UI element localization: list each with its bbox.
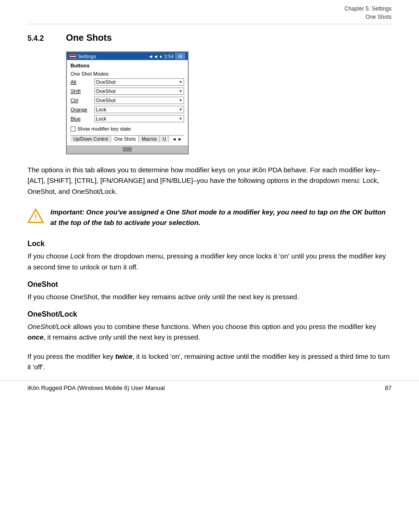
oneshotlock-text2: If you press the modifier key twice, it …: [27, 351, 392, 373]
oneshotlock-text1: OneShot/Lock allows you to combine these…: [27, 321, 392, 343]
lock-text: If you choose Lock from the dropdown men…: [27, 251, 392, 272]
pda-label-alt: Alt: [71, 79, 94, 85]
pda-checkbox-label: Show modifier key state: [77, 126, 131, 132]
pda-titlebar: Settings ◄◄ ♦ 3:54 ok: [67, 52, 188, 60]
pda-select-ctrl[interactable]: OneShot ▼: [94, 97, 184, 104]
pda-row-alt: Alt OneShot ▼: [71, 78, 184, 86]
pda-bottom-icon: [123, 147, 132, 152]
section-title-row: 5.4.2 One Shots: [27, 33, 392, 43]
screenshot-container: Settings ◄◄ ♦ 3:54 ok Buttons One Shot M…: [66, 51, 189, 154]
pda-dropdown-arrow-orange: ▼: [179, 107, 183, 112]
pda-dropdown-arrow-shift: ▼: [179, 89, 183, 93]
pda-tab-u[interactable]: U: [160, 136, 169, 143]
oneshot-heading: OneShot: [27, 280, 392, 289]
pda-label-orange: Orange: [71, 107, 94, 112]
footer-product: iKôn Rugged PDA (Windows Mobile 6) User …: [27, 384, 165, 391]
important-box: ! Important: Once you've assigned a One …: [27, 205, 392, 230]
pda-tab-oneshots[interactable]: One Shots: [111, 136, 139, 143]
header-breadcrumb: Chapter 5: Settings One Shots: [27, 5, 392, 24]
important-body: Once you've assigned a One Shot mode to …: [50, 208, 386, 226]
pda-select-blue[interactable]: Lock ▼: [94, 115, 184, 122]
pda-dropdown-arrow-ctrl: ▼: [179, 98, 183, 103]
section-number: 5.4.2: [27, 34, 55, 43]
chapter-label: Chapter 5: Settings: [27, 5, 392, 13]
pda-select-orange-value: Lock: [96, 107, 106, 112]
pda-tab-updown[interactable]: Up/Down Control: [71, 136, 111, 143]
pda-bottom-bar: [67, 145, 188, 154]
warning-icon: !: [27, 208, 44, 224]
pda-row-orange: Orange Lock ▼: [71, 106, 184, 113]
oneshot-text: If you choose OneShot, the modifier key …: [27, 291, 392, 302]
pda-dropdown-arrow-blue: ▼: [179, 116, 183, 121]
pda-select-blue-value: Lock: [96, 116, 106, 121]
page-footer: iKôn Rugged PDA (Windows Mobile 6) User …: [0, 380, 419, 391]
oneshotlock-heading: OneShot/Lock: [27, 310, 392, 318]
pda-screen: Settings ◄◄ ♦ 3:54 ok Buttons One Shot M…: [66, 51, 189, 154]
pda-label-ctrl: Ctrl: [71, 98, 94, 103]
pda-oneshot-modes-label: One Shot Modes:: [71, 71, 184, 77]
pda-tabs: Up/Down Control One Shots Macros U ◄ ►: [71, 135, 184, 143]
pda-label-blue: Blue: [71, 116, 94, 121]
pda-select-shift-value: OneShot: [96, 88, 115, 94]
pda-titlebar-right: ◄◄ ♦ 3:54 ok: [148, 53, 185, 59]
intro-text: The options in this tab allows you to de…: [27, 165, 392, 197]
pda-select-alt-value: OneShot: [96, 79, 115, 85]
pda-row-shift: Shift OneShot ▼: [71, 88, 184, 95]
svg-text:!: !: [34, 213, 37, 221]
pda-label-shift: Shift: [71, 88, 94, 94]
lock-heading: Lock: [27, 240, 392, 248]
section-label: One Shots: [27, 13, 392, 21]
pda-ok-button[interactable]: ok: [175, 53, 185, 59]
pda-appname: Settings: [78, 54, 96, 59]
footer-page: 87: [385, 384, 392, 391]
pda-signal: ◄◄ ♦: [148, 54, 162, 59]
pda-row-blue: Blue Lock ▼: [71, 115, 184, 122]
pda-content: Buttons One Shot Modes: Alt OneShot ▼ Sh…: [67, 60, 188, 145]
section-title: One Shots: [66, 33, 112, 43]
pda-show-modifier-checkbox[interactable]: [71, 126, 76, 132]
pda-dropdown-arrow-alt: ▼: [179, 80, 183, 84]
pda-flag-icon: [70, 54, 76, 59]
important-label: Important: Once you've assigned a One Sh…: [50, 208, 386, 226]
pda-select-ctrl-value: OneShot: [96, 98, 115, 103]
pda-row-ctrl: Ctrl OneShot ▼: [71, 97, 184, 104]
pda-select-shift[interactable]: OneShot ▼: [94, 88, 184, 95]
pda-tab-nav[interactable]: ◄ ►: [170, 136, 184, 143]
pda-checkbox-row: Show modifier key state: [71, 126, 184, 132]
pda-titlebar-left: Settings: [70, 54, 96, 59]
pda-select-alt[interactable]: OneShot ▼: [94, 78, 184, 86]
pda-tab-macros[interactable]: Macros: [139, 136, 160, 143]
pda-time: 3:54: [164, 54, 174, 59]
important-text: Important: Once you've assigned a One Sh…: [50, 207, 392, 228]
pda-buttons-label: Buttons: [71, 63, 184, 68]
pda-select-orange[interactable]: Lock ▼: [94, 106, 184, 113]
